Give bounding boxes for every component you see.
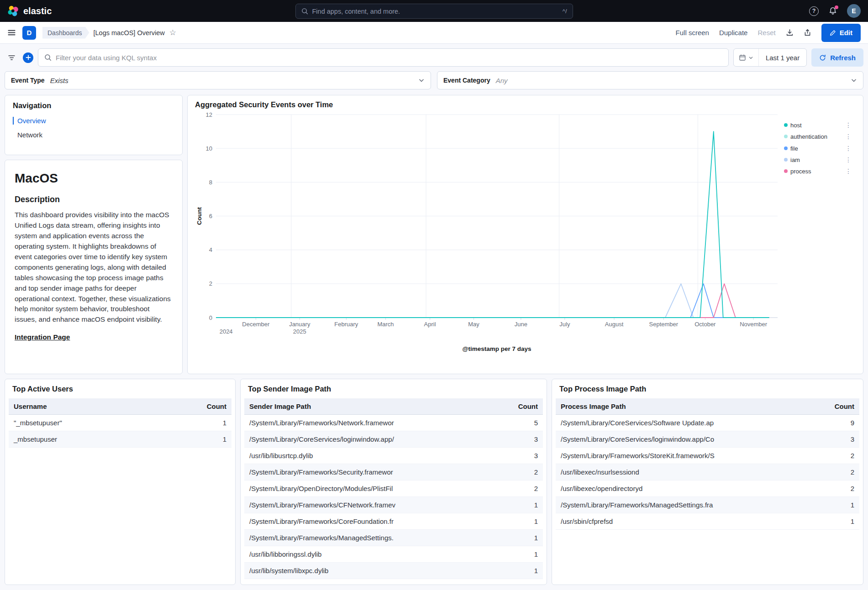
reset-button[interactable]: Reset: [758, 29, 775, 37]
count-cell: 2: [810, 480, 859, 497]
table-row: /System/Library/Frameworks/Network.frame…: [244, 415, 543, 431]
top-process-image-path-table: Process Image PathCount/System/Library/C…: [556, 398, 859, 530]
table-row: /System/Library/CoreServices/loginwindow…: [244, 431, 543, 448]
control-label: Event Type: [11, 77, 45, 84]
svg-text:8: 8: [209, 179, 212, 186]
table-row: /System/Library/CoreServices/loginwindow…: [556, 431, 859, 448]
svg-text:September: September: [649, 321, 679, 328]
chevron-down-icon: [418, 77, 425, 84]
filter-icon[interactable]: [5, 49, 18, 66]
svg-text:10: 10: [206, 145, 212, 152]
column-header[interactable]: Sender Image Path: [244, 398, 494, 415]
refresh-button-label: Refresh: [830, 54, 856, 62]
svg-text:4: 4: [209, 246, 212, 253]
value-cell: /System/Library/Frameworks/Network.frame…: [244, 415, 494, 431]
kebab-menu-icon[interactable]: ⋮: [845, 133, 852, 140]
legend-item-host[interactable]: host⋮: [784, 122, 852, 129]
kebab-menu-icon[interactable]: ⋮: [845, 168, 852, 174]
calendar-dropdown-button[interactable]: [734, 49, 759, 66]
share-icon[interactable]: [804, 29, 811, 37]
top-sender-image-path-panel: Top Sender Image Path Sender Image PathC…: [240, 379, 547, 585]
global-search-placeholder: Find apps, content, and more.: [312, 8, 400, 15]
time-range-value[interactable]: Last 1 year: [759, 49, 806, 66]
breadcrumb-dashboards[interactable]: Dashboards: [42, 27, 89, 39]
navigation-panel: Navigation Overview Network: [5, 95, 183, 155]
control-label: Event Category: [443, 77, 490, 84]
kql-search-input[interactable]: Filter your data using KQL syntax: [38, 48, 729, 67]
calendar-icon: [739, 54, 746, 61]
svg-text:2024: 2024: [220, 328, 233, 335]
integration-page-link[interactable]: Integration Page: [15, 333, 70, 341]
nav-item-network[interactable]: Network: [13, 131, 174, 139]
legend-dot-icon: [784, 146, 788, 150]
kebab-menu-icon[interactable]: ⋮: [845, 157, 852, 163]
column-header[interactable]: Count: [810, 398, 859, 415]
favorite-star-icon[interactable]: ☆: [169, 29, 176, 37]
svg-text:12: 12: [206, 111, 212, 118]
value-cell: /System/Library/Frameworks/ManagedSettin…: [556, 497, 810, 513]
control-event-category[interactable]: Event Category Any: [437, 71, 863, 89]
space-badge[interactable]: D: [22, 26, 36, 40]
table-row: /usr/libexec/opendirectoryd2: [556, 480, 859, 497]
legend-item-process[interactable]: process⋮: [784, 168, 852, 175]
notifications-bell-icon[interactable]: [829, 7, 837, 15]
table-row: _mbsetupuser1: [9, 431, 231, 448]
legend-item-authentication[interactable]: authentication⋮: [784, 133, 852, 140]
column-header[interactable]: Count: [494, 398, 543, 415]
count-cell: 2: [494, 464, 543, 480]
control-value: Exists: [50, 77, 68, 84]
elastic-brand[interactable]: elastic: [7, 5, 52, 17]
value-cell: /System/Library/Frameworks/StoreKit.fram…: [556, 448, 810, 464]
table-row: /System/Library/Frameworks/ManagedSettin…: [244, 530, 543, 546]
refresh-icon: [819, 54, 826, 61]
add-filter-button[interactable]: [23, 52, 33, 63]
chart-title: Aggregated Security Events over Time: [195, 100, 856, 109]
pencil-icon: [830, 30, 836, 36]
table-row: /usr/lib/system/libxpc.dylib1: [244, 563, 543, 579]
legend-dot-icon: [784, 123, 788, 127]
top-active-users-panel: Top Active Users UsernameCount"_mbsetupu…: [5, 379, 236, 585]
kebab-menu-icon[interactable]: ⋮: [845, 145, 852, 151]
kebab-menu-icon[interactable]: ⋮: [845, 122, 852, 128]
column-header[interactable]: Process Image Path: [556, 398, 810, 415]
search-shortcut-hint: ^/: [563, 8, 567, 15]
edit-button[interactable]: Edit: [821, 24, 861, 42]
top-process-image-path-panel: Top Process Image Path Process Image Pat…: [552, 379, 863, 585]
legend-label: process: [790, 168, 842, 175]
refresh-button[interactable]: Refresh: [811, 48, 863, 67]
duplicate-button[interactable]: Duplicate: [719, 29, 748, 37]
elastic-logo-icon: [7, 5, 19, 17]
legend-dot-icon: [784, 169, 788, 173]
user-avatar[interactable]: E: [847, 4, 861, 18]
legend-item-file[interactable]: file⋮: [784, 145, 852, 152]
count-cell: 3: [494, 431, 543, 448]
query-toolbar: Filter your data using KQL syntax Last 1…: [0, 44, 868, 70]
table-panel-title: Top Sender Image Path: [244, 384, 543, 398]
top-active-users-table: UsernameCount"_mbsetupuser"1_mbsetupuser…: [9, 398, 231, 448]
hamburger-menu-icon[interactable]: [7, 28, 16, 37]
svg-text:July: July: [559, 321, 570, 328]
full-screen-button[interactable]: Full screen: [676, 29, 709, 37]
help-icon[interactable]: ?: [809, 6, 819, 16]
svg-text:May: May: [468, 321, 479, 328]
count-cell: 1: [494, 563, 543, 579]
nav-item-overview[interactable]: Overview: [13, 117, 174, 125]
count-cell: 3: [494, 448, 543, 464]
count-cell: 2: [494, 480, 543, 497]
legend-dot-icon: [784, 135, 788, 138]
value-cell: "_mbsetupuser": [9, 415, 182, 431]
breadcrumb-current: [Logs macOS] Overview: [94, 29, 165, 37]
svg-text:April: April: [424, 321, 436, 328]
table-row: /System/Library/CoreServices/Software Up…: [556, 415, 859, 431]
download-icon[interactable]: [786, 29, 794, 37]
legend-item-iam[interactable]: iam⋮: [784, 157, 852, 163]
column-header[interactable]: Count: [182, 398, 231, 415]
global-search-input[interactable]: Find apps, content, and more. ^/: [295, 4, 573, 19]
value-cell: /System/Library/Frameworks/CFNetwork.fra…: [244, 497, 494, 513]
column-header[interactable]: Username: [9, 398, 182, 415]
count-cell: 1: [182, 415, 231, 431]
control-event-type[interactable]: Event Type Exists: [5, 71, 431, 89]
search-icon: [301, 8, 308, 15]
svg-text:November: November: [740, 321, 768, 328]
legend-label: file: [790, 145, 842, 152]
